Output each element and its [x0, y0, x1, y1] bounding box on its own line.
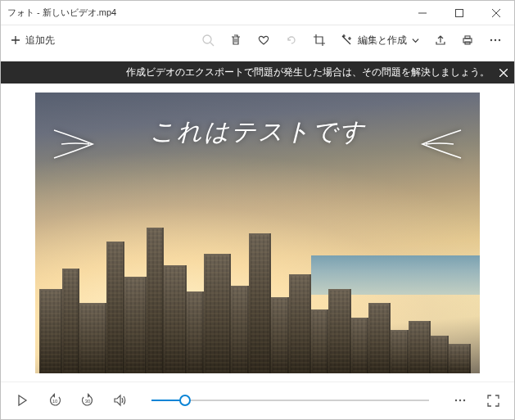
skip-back-icon: 10: [47, 393, 62, 408]
timeline-track: [151, 400, 429, 401]
play-button[interactable]: [12, 391, 32, 410]
toolbar: 追加先 編集と作成: [1, 25, 514, 55]
city-skyline: [35, 228, 480, 373]
plus-icon: [11, 35, 20, 45]
skip-fwd-amount: 30: [85, 399, 91, 404]
svg-point-5: [490, 39, 492, 41]
close-button[interactable]: [477, 1, 514, 25]
svg-point-10: [463, 400, 465, 401]
viewer-area: 作成ビデオのエクスポートで問題が発生した場合は、その問題を解決しましょう。: [1, 55, 514, 382]
print-icon: [461, 34, 474, 47]
more-button[interactable]: [481, 27, 509, 53]
banner-text: 作成ビデオのエクスポートで問題が発生した場合は、その問題を解決しましょう。: [126, 66, 490, 79]
edit-create-button[interactable]: 編集と作成: [333, 27, 426, 53]
timeline-slider[interactable]: [151, 393, 429, 408]
svg-point-6: [495, 39, 496, 41]
heart-icon: [257, 34, 270, 47]
crop-icon: [313, 34, 326, 47]
banner-close-button[interactable]: [499, 69, 508, 77]
svg-point-7: [499, 39, 500, 41]
volume-icon: [113, 393, 128, 408]
notification-banner: 作成ビデオのエクスポートで問題が発生した場合は、その問題を解決しましょう。: [1, 61, 514, 84]
rotate-icon: [285, 34, 298, 47]
favorite-button[interactable]: [250, 27, 278, 53]
svg-point-8: [455, 400, 457, 401]
playback-controls: 10 30: [1, 382, 514, 418]
add-to-button[interactable]: 追加先: [6, 30, 60, 51]
rotate-button: [278, 27, 305, 53]
zoom-icon: [201, 34, 215, 47]
ellipsis-icon: [454, 394, 467, 407]
svg-point-9: [459, 400, 461, 401]
zoom-button: [194, 27, 222, 53]
skip-forward-icon: 30: [80, 393, 95, 408]
window-controls: [404, 1, 514, 25]
minimize-button[interactable]: [404, 1, 440, 25]
edit-create-label: 編集と作成: [358, 34, 407, 47]
trash-icon: [229, 34, 242, 47]
crop-button[interactable]: [305, 27, 333, 53]
playback-more-button[interactable]: [450, 391, 470, 410]
title-bar: フォト - 新しいビデオ.mp4: [1, 1, 514, 25]
svg-rect-3: [465, 36, 470, 38]
maximize-button[interactable]: [440, 1, 477, 25]
close-icon: [499, 69, 508, 77]
volume-button[interactable]: [111, 391, 130, 410]
print-button[interactable]: [454, 27, 481, 53]
share-icon: [433, 34, 446, 47]
play-icon: [16, 395, 28, 406]
timeline-thumb[interactable]: [179, 395, 191, 406]
svg-rect-0: [455, 9, 463, 16]
skip-forward-button[interactable]: 30: [78, 391, 97, 410]
video-overlay-text: これはテストです: [35, 115, 480, 149]
video-frame[interactable]: これはテストです: [35, 93, 480, 373]
share-button[interactable]: [426, 27, 454, 53]
ellipsis-icon: [489, 34, 502, 47]
chevron-down-icon: [412, 37, 419, 44]
skip-back-button[interactable]: 10: [45, 391, 65, 410]
fullscreen-icon: [487, 395, 499, 407]
skip-back-amount: 10: [52, 399, 58, 404]
delete-button[interactable]: [222, 27, 250, 53]
window-title: フォト - 新しいビデオ.mp4: [7, 7, 116, 19]
magic-icon: [340, 34, 353, 47]
add-to-label: 追加先: [25, 34, 55, 47]
svg-point-1: [203, 35, 211, 43]
fullscreen-button[interactable]: [483, 391, 503, 410]
